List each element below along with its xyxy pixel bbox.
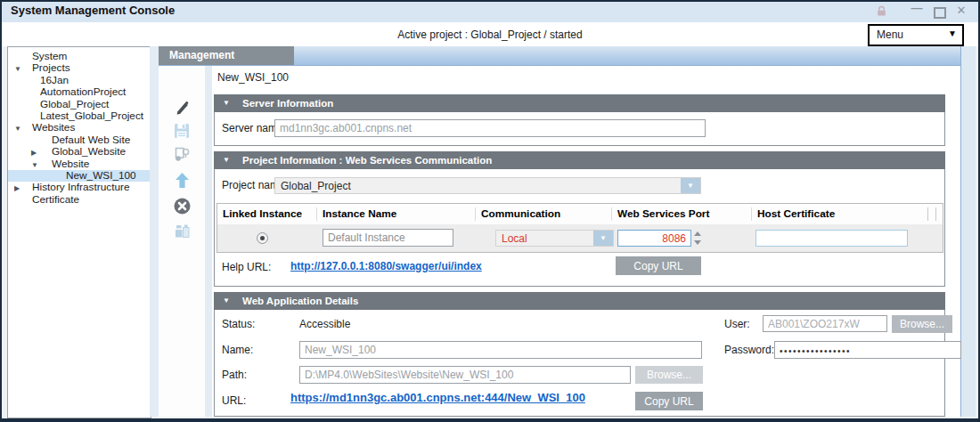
help-url-label: Help URL: [222,261,271,273]
column-header-instance-name: Instance Name [317,207,476,221]
tree-item-latest-global-project[interactable]: Latest_Global_Project [8,110,151,122]
toolbar-separator [205,65,212,417]
active-project-text: Active project : Global_Project / starte… [2,28,978,41]
save-floppy-icon[interactable] [159,123,205,142]
instance-name-input[interactable] [323,229,453,247]
section-title: Web Application Details [242,296,358,306]
maximize-button[interactable] [932,4,948,22]
linked-instance-radio[interactable] [257,232,268,244]
cancel-circle-icon[interactable] [159,198,205,217]
spinner-up-icon[interactable] [694,231,701,236]
column-separator [928,207,936,221]
validate-icon[interactable] [159,147,205,165]
copy-webapp-url-button[interactable]: Copy URL [635,392,703,410]
tree-item-label: 16Jan [40,74,69,86]
communication-dropdown[interactable]: Local ▼ [495,230,614,247]
package-icon[interactable] [159,223,205,241]
password-label: Password: [724,344,774,356]
section-title: Server Information [242,98,333,109]
collapse-arrow-icon: ▼ [223,151,230,169]
tree-item-default-web-site[interactable]: Default Web Site [8,134,151,146]
user-input[interactable] [763,315,887,332]
tree-scroll-strip [150,46,159,417]
tree-item-history-infrastructure[interactable]: ▶History Infrastructure [8,182,151,193]
title-bar: System Management Console — ✕ [0,0,980,22]
section-server-information: ▼ Server Information Server name: [214,94,945,146]
copy-help-url-button[interactable]: Copy URL [616,256,701,275]
chevron-collapsed-icon[interactable]: ▶ [31,147,37,158]
tree-item-global-project[interactable]: Global_Project [8,99,151,110]
column-header-web-services-port: Web Services Port [612,207,752,221]
chevron-collapsed-icon[interactable]: ▶ [14,183,20,194]
close-button[interactable]: ✕ [953,4,969,18]
section-header[interactable]: ▼ Project Information : Web Services Com… [214,151,945,169]
navigation-tree: System▼Projects16JanAutomationProjectGlo… [7,46,151,418]
password-input[interactable] [774,341,961,359]
minimize-button[interactable]: — [909,1,925,15]
edit-pencil-icon[interactable] [159,99,205,118]
tab-strip: Management [159,46,960,66]
chevron-expanded-icon[interactable]: ▼ [31,159,38,171]
vertical-scrollbar[interactable] [960,46,976,417]
tree-item-label: Global_Project [40,98,109,110]
active-project-bar: Active project : Global_Project / starte… [2,22,978,46]
tree-item-label: Default Web Site [52,134,130,146]
web-services-port-input[interactable]: 8086 [617,230,691,247]
tree-item-new-wsi-100[interactable]: New_WSI_100 [8,170,151,182]
column-header-communication: Communication [476,207,612,221]
column-header-host-certificate: Host Certificate [752,207,928,221]
project-name-value: Global_Project [281,180,351,192]
maximize-icon [934,7,946,19]
tree-item-label: System [32,50,67,62]
webapp-name-input[interactable] [299,341,702,359]
tree-item-label: New_WSI_100 [66,169,136,182]
status-value: Accessible [299,318,350,330]
tree-item-websites[interactable]: ▼Websites [8,122,151,134]
lock-icon [876,5,887,20]
webapp-url-link[interactable]: https://md1nn3gc.ab001.cnpns.net:444/New… [290,391,585,404]
menu-dropdown-label: Menu [877,28,903,41]
instances-table: Linked InstanceInstance NameCommunicatio… [216,203,943,253]
tree-item-website[interactable]: ▼Website [8,158,151,170]
browse-path-button[interactable]: Browse... [635,366,703,384]
tree-item-certificate[interactable]: Certificate [8,194,151,206]
dropdown-arrow-icon[interactable]: ▼ [681,178,700,193]
tree-item-system[interactable]: System [8,51,151,62]
help-url-link[interactable]: http://127.0.0.1:8080/swagger/ui/index [290,260,482,272]
section-header[interactable]: ▼ Web Application Details [214,292,945,310]
tab-management[interactable]: Management [159,46,294,65]
tree-item-automationproject[interactable]: AutomationProject [8,86,151,98]
menu-dropdown-arrow-icon: ▼ [948,28,957,38]
section-header[interactable]: ▼ Server Information [214,94,945,112]
browse-user-button[interactable]: Browse... [892,315,952,333]
tree-item-global-website[interactable]: ▶Global_Website [8,146,151,158]
instance-row: Local ▼ 8086 [217,224,943,252]
name-label: Name: [222,344,253,356]
user-label: User: [724,318,750,330]
port-spinner[interactable] [692,230,703,247]
tree-item-projects[interactable]: ▼Projects [8,62,151,74]
app-window: System Management Console — ✕ Active pro… [0,0,980,422]
upload-arrow-icon[interactable] [159,172,205,191]
path-input[interactable] [299,366,631,384]
tree-item-label: History Infrastructure [32,181,129,193]
instances-table-header: Linked InstanceInstance NameCommunicatio… [217,204,943,224]
page-title: New_WSI_100 [217,71,289,84]
host-certificate-input[interactable] [755,230,908,247]
collapse-arrow-icon: ▼ [223,94,230,112]
section-title: Project Information : Web Services Commu… [242,155,492,166]
window-title: System Management Console [11,4,175,17]
spinner-down-icon[interactable] [694,240,701,245]
status-label: Status: [222,318,255,330]
tree-item-16jan[interactable]: 16Jan [8,75,151,86]
tree-item-label: AutomationProject [40,85,126,98]
tree-item-label: Website [52,158,89,170]
chevron-expanded-icon[interactable]: ▼ [14,63,21,75]
dropdown-arrow-icon[interactable]: ▼ [593,231,613,246]
chevron-expanded-icon[interactable]: ▼ [14,123,21,134]
menu-dropdown[interactable]: Menu ▼ [868,24,964,46]
side-toolbar [159,65,205,417]
section-project-information: ▼ Project Information : Web Services Com… [214,151,945,287]
server-name-input[interactable] [274,119,706,137]
project-name-dropdown[interactable]: Global_Project ▼ [274,177,701,194]
